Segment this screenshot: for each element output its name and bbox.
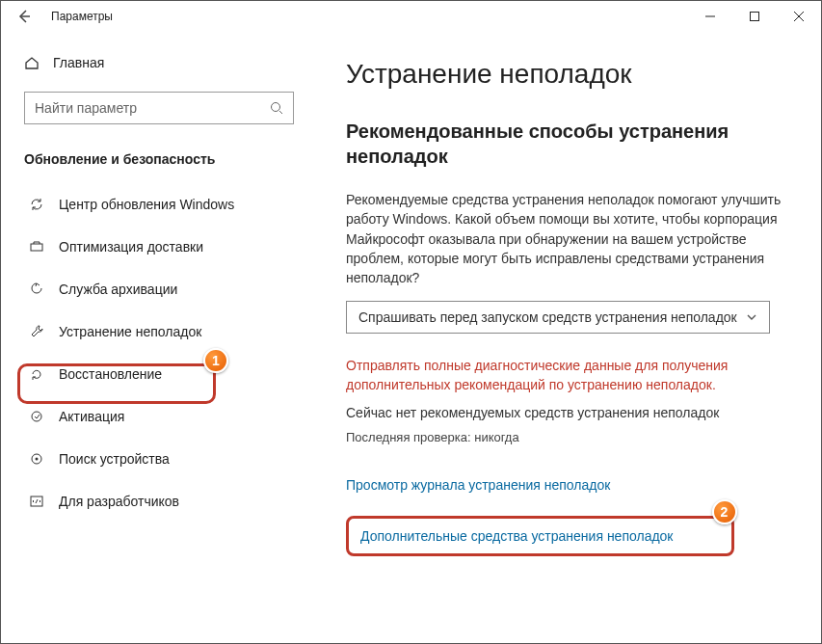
delivery-icon xyxy=(28,239,45,255)
search-icon xyxy=(270,101,283,115)
minimize-button[interactable] xyxy=(688,1,732,32)
home-link[interactable]: Главная xyxy=(24,43,309,82)
dropdown-value: Спрашивать перед запуском средств устран… xyxy=(358,309,737,325)
key-icon xyxy=(28,409,45,424)
troubleshoot-mode-dropdown[interactable]: Спрашивать перед запуском средств устран… xyxy=(346,301,770,334)
nav-label: Поиск устройства xyxy=(59,451,170,467)
close-button[interactable] xyxy=(777,1,821,32)
nav-backup[interactable]: Служба архивации xyxy=(24,269,309,309)
nav-label: Активация xyxy=(59,409,124,424)
annotation-marker-1: 1 xyxy=(203,348,228,373)
code-icon xyxy=(28,494,45,509)
sidebar: Главная Найти параметр Обновление и безо… xyxy=(1,32,309,643)
nav-find-device[interactable]: Поиск устройства xyxy=(24,439,309,479)
back-button[interactable] xyxy=(9,1,40,32)
minimize-icon xyxy=(705,12,715,21)
arrow-left-icon xyxy=(16,9,32,24)
home-label: Главная xyxy=(53,55,104,70)
nav-label: Восстановление xyxy=(59,366,162,382)
nav-recovery[interactable]: Восстановление xyxy=(24,354,309,394)
last-check-text: Последняя проверка: никогда xyxy=(346,430,792,444)
nav-troubleshoot[interactable]: Устранение неполадок xyxy=(24,311,309,352)
maximize-icon xyxy=(750,12,759,21)
search-input[interactable]: Найти параметр xyxy=(24,92,294,124)
nav-label: Служба архивации xyxy=(59,282,177,297)
page-title: Устранение неполадок xyxy=(346,59,792,90)
section-description: Рекомендуемые средства устранения непола… xyxy=(346,190,789,287)
main-content: Устранение неполадок Рекомендованные спо… xyxy=(309,32,821,643)
chevron-down-icon xyxy=(746,311,757,323)
svg-point-1 xyxy=(272,103,280,112)
nav-delivery-optimization[interactable]: Оптимизация доставки xyxy=(24,227,309,267)
nav-label: Центр обновления Windows xyxy=(59,197,234,212)
search-placeholder: Найти параметр xyxy=(35,100,137,116)
svg-point-5 xyxy=(36,458,39,461)
nav-for-developers[interactable]: Для разработчиков xyxy=(24,481,309,522)
svg-point-3 xyxy=(32,412,41,421)
nav-windows-update[interactable]: Центр обновления Windows xyxy=(24,184,309,225)
maximize-button[interactable] xyxy=(732,1,777,32)
diagnostic-warning: Отправлять полные диагностические данные… xyxy=(346,357,789,394)
close-icon xyxy=(794,12,804,21)
view-history-link[interactable]: Просмотр журнала устранения неполадок xyxy=(346,477,792,493)
home-icon xyxy=(24,55,40,70)
archive-icon xyxy=(28,282,45,297)
svg-rect-0 xyxy=(751,13,759,21)
svg-rect-2 xyxy=(31,244,42,251)
nav-label: Устранение неполадок xyxy=(59,324,201,339)
additional-troubleshooters-highlight: Дополнительные средства устранения непол… xyxy=(346,516,734,556)
sync-icon xyxy=(28,197,45,212)
category-title: Обновление и безопасность xyxy=(24,151,309,167)
recovery-icon xyxy=(28,366,45,382)
nav-activation[interactable]: Активация xyxy=(24,396,309,437)
section-title: Рекомендованные способы устранения непол… xyxy=(346,119,792,169)
wrench-icon xyxy=(28,324,45,339)
nav-label: Оптимизация доставки xyxy=(59,239,203,255)
additional-troubleshooters-link[interactable]: Дополнительные средства устранения непол… xyxy=(360,528,674,544)
no-recommendations-text: Сейчас нет рекомендуемых средств устране… xyxy=(346,405,792,420)
annotation-marker-2: 2 xyxy=(712,499,737,524)
titlebar: Параметры xyxy=(1,1,821,32)
locate-icon xyxy=(28,451,45,467)
window-title: Параметры xyxy=(51,10,113,23)
nav-label: Для разработчиков xyxy=(59,494,179,509)
